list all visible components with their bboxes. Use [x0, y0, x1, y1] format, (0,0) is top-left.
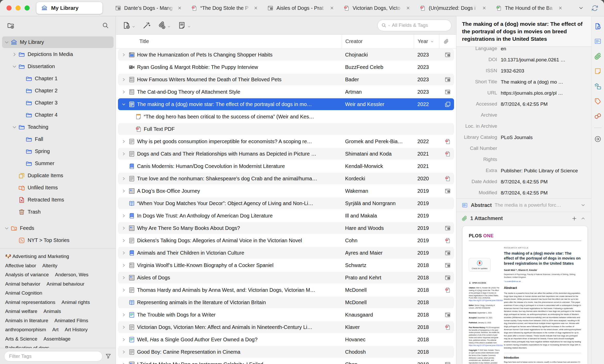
- close-tab-icon[interactable]: [177, 5, 182, 11]
- sidebar-item-retracted-items[interactable]: Retracted Items: [0, 194, 116, 206]
- item-row[interactable]: I Tried to Make My Dog an Instagram Cele…: [116, 358, 456, 364]
- new-note-button[interactable]: [178, 21, 191, 30]
- item-row[interactable]: How Famous Writers Mourned the Death of …: [116, 73, 456, 86]
- item-row[interactable]: The making of a (dog) movie star: The ef…: [116, 98, 456, 110]
- attachments-tab-button[interactable]: [593, 52, 602, 61]
- document-tab[interactable]: PDF Victorian Dogs, Victo: [339, 0, 415, 16]
- tag[interactable]: Animal representations: [5, 300, 55, 305]
- field-row-date-added[interactable]: Date Added 8/7/2024, 6:42:55 PM: [456, 176, 591, 187]
- row-twisty-icon[interactable]: [121, 275, 126, 280]
- attachments-collapse-chevron-icon[interactable]: [580, 216, 586, 221]
- row-twisty-icon[interactable]: [121, 287, 126, 293]
- document-tab[interactable]: EPUB The Hound of the Ba: [491, 0, 567, 16]
- field-row-library-catalog[interactable]: Library Catalog PLoS Journals: [456, 132, 591, 143]
- close-tab-icon[interactable]: [253, 5, 258, 11]
- new-collection-button[interactable]: [7, 21, 15, 29]
- tag[interactable]: Arts & Science: [5, 336, 37, 342]
- row-twisty-icon[interactable]: [121, 89, 126, 95]
- collection-search-button[interactable]: [102, 22, 109, 29]
- close-tab-icon[interactable]: [558, 5, 563, 11]
- column-header-creator[interactable]: Creator: [341, 35, 414, 48]
- item-row[interactable]: Thomas Hardy and Animals by Anna West, a…: [116, 284, 456, 296]
- add-by-identifier-button[interactable]: [142, 21, 151, 30]
- column-header-year[interactable]: Year: [414, 35, 439, 48]
- locate-tab-button[interactable]: [593, 135, 602, 143]
- item-row[interactable]: The Trouble with Dogs for a Writer Knaus…: [116, 309, 456, 321]
- abstract-tab-button[interactable]: [593, 37, 602, 46]
- row-twisty-icon[interactable]: [121, 213, 126, 219]
- field-value[interactable]: en: [501, 47, 591, 52]
- sidebar-item-nyt-top-stories[interactable]: NYT > Top Stories: [0, 234, 116, 246]
- field-row-modified[interactable]: Modified 8/7/2024, 6:42:55 PM: [456, 187, 591, 198]
- zoom-window-button[interactable]: [25, 5, 30, 11]
- sidebar-item-depictions-in-media[interactable]: Depictions In Media: [0, 48, 116, 60]
- child-item-row[interactable]: “The dog hero has been critical to the s…: [116, 110, 456, 123]
- item-row[interactable]: Ryan Gosling & Margot Robbie: The Puppy …: [116, 61, 456, 73]
- column-header-attachment[interactable]: [439, 35, 456, 48]
- item-row[interactable]: Dickens's Talking Dogs: Allegories of An…: [116, 234, 456, 247]
- sidebar-item-unfiled-items[interactable]: Unfiled Items: [0, 182, 116, 194]
- row-twisty-icon[interactable]: [121, 77, 126, 82]
- quick-search-box[interactable]: [377, 20, 451, 31]
- item-row[interactable]: Good Boy: Canine Representation in Cinem…: [116, 346, 456, 358]
- row-twisty-icon[interactable]: [121, 151, 126, 157]
- tag[interactable]: Animals: [44, 309, 61, 314]
- field-row-doi[interactable]: DOI 10.1371/journal.pone.0261 …: [456, 54, 591, 65]
- item-row[interactable]: Victorian Dogs, Victorian Men: Affect an…: [116, 321, 456, 333]
- tag[interactable]: Animals in literature: [5, 318, 48, 323]
- tag[interactable]: Art: [52, 327, 58, 332]
- document-tab[interactable]: Dante’s Dogs - Mang: [110, 0, 186, 16]
- sidebar-item-chapter-2[interactable]: Chapter 2: [0, 85, 116, 97]
- child-item-row[interactable]: PDFFull Text PDF: [116, 123, 456, 135]
- item-row[interactable]: Representing animals in the literature o…: [116, 296, 456, 309]
- close-window-button[interactable]: [6, 5, 12, 11]
- tree-twisty-icon[interactable]: [11, 51, 18, 58]
- row-twisty-icon[interactable]: [121, 250, 126, 256]
- tag[interactable]: Animated Films: [54, 318, 88, 323]
- close-tab-icon[interactable]: [406, 5, 411, 11]
- search-scope-chevron-icon[interactable]: [387, 24, 391, 27]
- row-twisty-icon[interactable]: [121, 238, 126, 243]
- tag[interactable]: Analysis of variance: [5, 272, 49, 277]
- field-row-call-number[interactable]: Call Number: [456, 143, 591, 154]
- sidebar-item-fall[interactable]: Fall: [0, 133, 116, 145]
- row-twisty-icon[interactable]: [121, 52, 126, 58]
- tag[interactable]: Animal welfare: [5, 309, 37, 314]
- tab-my-library[interactable]: My Library: [36, 2, 102, 14]
- row-twisty-icon[interactable]: [121, 176, 126, 181]
- related-tab-button[interactable]: [593, 112, 602, 120]
- close-tab-icon[interactable]: [329, 5, 335, 11]
- tag[interactable]: Anderson, Wes: [55, 272, 89, 277]
- item-row[interactable]: Well, Has a Single Good Author Ever Owne…: [116, 333, 456, 346]
- tag[interactable]: Affective labor: [5, 263, 36, 268]
- item-row[interactable]: How the Humanization of Pets Is Changing…: [116, 48, 456, 61]
- new-attachment-button[interactable]: [157, 21, 171, 30]
- tag[interactable]: Art History: [65, 327, 88, 332]
- tag[interactable]: Assemblage: [44, 336, 71, 342]
- field-value[interactable]: 10.1371/journal.pone.0261 …: [501, 56, 591, 63]
- field-value[interactable]: 8/7/2024, 6:42:55 PM: [501, 190, 591, 196]
- tag[interactable]: Animal rights: [61, 300, 90, 305]
- item-row[interactable]: Aisles of Dogs Prato and Kehrt 2018: [116, 271, 456, 284]
- field-value[interactable]: https://journals.plos.org/pl …: [501, 90, 591, 96]
- document-tab[interactable]: PDF (Un)muzzled: Dogs i: [415, 0, 491, 16]
- close-tab-icon[interactable]: [482, 5, 487, 11]
- tag[interactable]: Animal behaviour: [46, 281, 84, 287]
- field-row-short-title[interactable]: Short Title The making of a (dog) mo …: [456, 76, 591, 87]
- row-twisty-icon[interactable]: [121, 312, 126, 318]
- item-row[interactable]: Why is pet goods consumption imperceptib…: [116, 135, 456, 148]
- item-row[interactable]: Canis Modernis: Human/Dog Coevolution in…: [116, 160, 456, 172]
- item-row[interactable]: Virginia Woolf’s Little-Known Biography …: [116, 259, 456, 271]
- sidebar-item-chapter-3[interactable]: Chapter 3: [0, 97, 116, 109]
- field-value[interactable]: PLoS Journals: [501, 134, 591, 141]
- document-tab[interactable]: PDF “The Dog Stole the P: [186, 0, 263, 16]
- sidebar-item-trash[interactable]: Trash: [0, 206, 116, 218]
- sidebar-item-chapter-1[interactable]: Chapter 1: [0, 72, 116, 85]
- item-row[interactable]: Animals and Their Children in Victorian …: [116, 247, 456, 259]
- sidebar-item-teaching[interactable]: Teaching: [0, 121, 116, 133]
- attachments-section-header[interactable]: 1 Attachment: [456, 212, 591, 225]
- sidebar-item-chapter-4[interactable]: Chapter 4: [0, 109, 116, 121]
- tag[interactable]: Babyfication of dogs: [5, 345, 49, 348]
- row-twisty-icon[interactable]: [121, 325, 126, 330]
- field-value[interactable]: The making of a (dog) mo …: [501, 79, 591, 85]
